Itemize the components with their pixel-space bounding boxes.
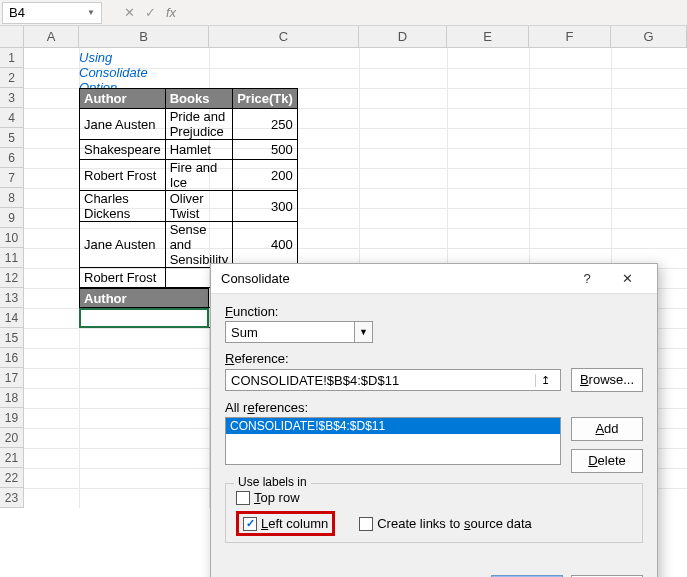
consolidate-dialog: Consolidate ? ✕ Function: Sum ▼ Referenc… — [210, 263, 658, 577]
row-header[interactable]: 13 — [0, 288, 24, 308]
row-header[interactable]: 1 — [0, 48, 24, 68]
col-header-E[interactable]: E — [447, 26, 529, 48]
row-header[interactable]: 14 — [0, 308, 24, 328]
result-header-author: Author — [79, 288, 209, 308]
select-all-corner[interactable] — [0, 26, 24, 48]
row-header[interactable]: 23 — [0, 488, 24, 508]
top-row-checkbox[interactable]: Top row — [236, 490, 300, 505]
allrefs-label: All references: — [225, 400, 643, 415]
all-references-list[interactable]: CONSOLIDATE!$B$4:$D$11 — [225, 417, 561, 465]
table-header-row: Author Books Price(Tk) — [80, 89, 298, 109]
delete-button[interactable]: Delete — [571, 449, 643, 473]
row-header[interactable]: 21 — [0, 448, 24, 468]
row-header[interactable]: 15 — [0, 328, 24, 348]
header-author: Author — [80, 89, 166, 109]
col-header-B[interactable]: B — [79, 26, 209, 48]
checkbox-checked-icon: ✓ — [243, 517, 257, 531]
left-column-checkbox[interactable]: ✓ Left column — [243, 516, 328, 531]
col-header-F[interactable]: F — [529, 26, 611, 48]
table-row: Charles DickensOliver Twist300 — [80, 191, 298, 222]
row-header[interactable]: 10 — [0, 228, 24, 248]
row-header[interactable]: 16 — [0, 348, 24, 368]
highlight-box: ✓ Left column — [236, 511, 335, 536]
row-header[interactable]: 12 — [0, 268, 24, 288]
help-icon[interactable]: ? — [567, 271, 607, 286]
col-header-A[interactable]: A — [24, 26, 79, 48]
reference-value: CONSOLIDATE!$B$4:$D$11 — [231, 373, 535, 388]
table-row: Robert FrostFire and Ice200 — [80, 160, 298, 191]
reference-label: Reference: — [225, 351, 643, 366]
range-picker-icon[interactable]: ↥ — [535, 374, 555, 387]
header-books: Books — [165, 89, 233, 109]
row-header[interactable]: 5 — [0, 128, 24, 148]
row-header[interactable]: 8 — [0, 188, 24, 208]
row-header[interactable]: 9 — [0, 208, 24, 228]
chevron-down-icon: ▼ — [87, 8, 95, 17]
row-header[interactable]: 2 — [0, 68, 24, 88]
name-box[interactable]: B4 ▼ — [2, 2, 102, 24]
browse-button[interactable]: Browse... — [571, 368, 643, 392]
active-cell[interactable] — [79, 308, 209, 328]
dialog-title: Consolidate — [221, 271, 567, 286]
checkbox-icon — [359, 517, 373, 531]
row-header[interactable]: 4 — [0, 108, 24, 128]
col-header-D[interactable]: D — [359, 26, 447, 48]
row-header[interactable]: 19 — [0, 408, 24, 428]
list-item[interactable]: CONSOLIDATE!$B$4:$D$11 — [226, 418, 560, 434]
row-header[interactable]: 7 — [0, 168, 24, 188]
checkbox-icon — [236, 491, 250, 505]
row-header[interactable]: 17 — [0, 368, 24, 388]
table-row: ShakespeareHamlet500 — [80, 140, 298, 160]
fx-icon[interactable]: fx — [166, 5, 176, 20]
function-select[interactable]: Sum — [225, 321, 355, 343]
table-row: Jane AustenPride and Prejudice250 — [80, 109, 298, 140]
row-header[interactable]: 3 — [0, 88, 24, 108]
chevron-down-icon[interactable]: ▼ — [355, 321, 373, 343]
table-row: Jane AustenSense and Sensibility400 — [80, 222, 298, 268]
col-header-C[interactable]: C — [209, 26, 359, 48]
reference-input[interactable]: CONSOLIDATE!$B$4:$D$11 ↥ — [225, 369, 561, 391]
row-header[interactable]: 6 — [0, 148, 24, 168]
create-links-checkbox[interactable]: Create links to source data — [359, 516, 532, 531]
name-box-value: B4 — [9, 5, 25, 20]
row-header[interactable]: 20 — [0, 428, 24, 448]
use-labels-label: Use labels in — [234, 475, 311, 489]
row-header[interactable]: 18 — [0, 388, 24, 408]
add-button[interactable]: Add — [571, 417, 643, 441]
row-header[interactable]: 22 — [0, 468, 24, 488]
confirm-icon[interactable]: ✓ — [145, 5, 156, 20]
cancel-icon[interactable]: ✕ — [124, 5, 135, 20]
col-header-G[interactable]: G — [611, 26, 687, 48]
function-label: Function: — [225, 304, 643, 319]
close-icon[interactable]: ✕ — [607, 271, 647, 286]
header-price: Price(Tk) — [233, 89, 298, 109]
row-header[interactable]: 11 — [0, 248, 24, 268]
